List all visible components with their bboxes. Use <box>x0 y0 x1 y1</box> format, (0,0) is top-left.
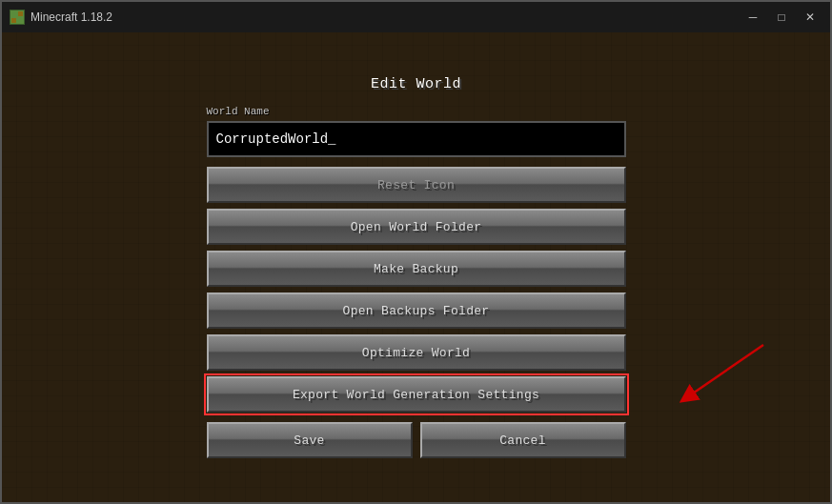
svg-rect-0 <box>11 11 16 16</box>
open-world-folder-button[interactable]: Open World Folder <box>207 209 626 245</box>
minimize-button[interactable]: ─ <box>741 8 765 27</box>
edit-world-dialog: Edit World World Name Reset Icon Open Wo… <box>207 76 626 458</box>
title-bar: Minecraft 1.18.2 ─ □ ✕ <box>2 2 830 32</box>
minecraft-window: Minecraft 1.18.2 ─ □ ✕ Edit World World … <box>0 0 832 504</box>
export-world-generation-settings-button[interactable]: Export World Generation Settings <box>207 376 626 413</box>
title-bar-controls: ─ □ ✕ <box>741 8 822 27</box>
save-button[interactable]: Save <box>207 422 413 458</box>
maximize-button[interactable]: □ <box>769 8 794 27</box>
world-name-label: World Name <box>207 106 270 117</box>
svg-line-4 <box>687 345 763 397</box>
arrow-annotation <box>659 335 773 412</box>
svg-rect-2 <box>11 18 16 23</box>
svg-rect-1 <box>18 11 23 16</box>
optimize-world-button[interactable]: Optimize World <box>207 334 626 371</box>
dialog-title: Edit World <box>371 76 461 92</box>
bottom-buttons: Save Cancel <box>207 422 626 458</box>
make-backup-button[interactable]: Make Backup <box>207 251 626 287</box>
title-bar-left: Minecraft 1.18.2 <box>10 10 112 25</box>
open-backups-folder-button[interactable]: Open Backups Folder <box>207 292 626 329</box>
cancel-button[interactable]: Cancel <box>420 422 626 458</box>
app-title: Minecraft 1.18.2 <box>30 10 112 24</box>
reset-icon-button[interactable]: Reset Icon <box>207 167 626 203</box>
world-name-input[interactable] <box>207 121 626 157</box>
arrow-svg <box>659 335 773 412</box>
svg-rect-3 <box>18 18 23 23</box>
app-icon <box>10 10 25 25</box>
main-content: Edit World World Name Reset Icon Open Wo… <box>2 32 830 502</box>
close-button[interactable]: ✕ <box>798 8 822 27</box>
